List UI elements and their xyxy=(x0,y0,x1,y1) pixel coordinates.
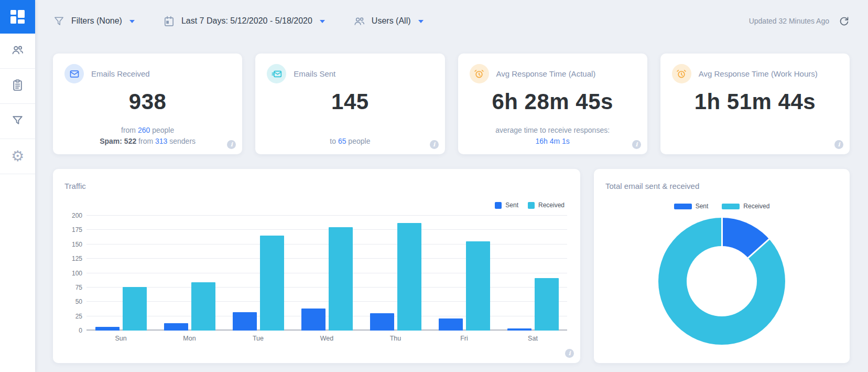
y-axis-tick: 0 xyxy=(62,327,82,334)
stat-cards-row: Emails Received938from 260 peopleSpam: 5… xyxy=(53,54,850,154)
legend-swatch xyxy=(495,202,502,209)
filters-dropdown[interactable]: Filters (None) xyxy=(53,15,135,27)
filters-label: Filters (None) xyxy=(71,16,122,26)
users-icon xyxy=(11,44,24,59)
sidebar-item-users[interactable] xyxy=(0,34,35,69)
traffic-legend: SentReceived xyxy=(495,201,565,209)
y-axis-tick: 50 xyxy=(62,298,82,305)
traffic-bar-chart: 0255075100125150175200 SunMonTueWedThuFr… xyxy=(86,216,567,342)
legend-item-received: Received xyxy=(528,201,565,209)
stat-sub-text: senders xyxy=(167,137,196,145)
stat-card-header: Avg Response Time (Actual) xyxy=(470,64,636,83)
y-axis-tick: 150 xyxy=(62,241,82,248)
traffic-chart-title: Traffic xyxy=(64,182,86,190)
x-axis-label: Thu xyxy=(361,335,430,342)
stat-sub-line: from 260 people xyxy=(58,125,237,136)
stat-sub-line: to 65 people xyxy=(261,136,439,147)
stat-sub-text: people xyxy=(150,126,174,134)
bar-group-wed xyxy=(292,216,361,331)
legend-label: Received xyxy=(538,201,565,209)
bar-received xyxy=(466,241,490,331)
stat-sub-link[interactable]: 260 xyxy=(138,126,150,134)
date-range-label: Last 7 Days: 5/12/2020 - 5/18/2020 xyxy=(181,16,312,26)
stat-card-emails-received: Emails Received938from 260 peopleSpam: 5… xyxy=(53,54,242,154)
y-axis-tick: 175 xyxy=(62,226,82,233)
x-axis-label: Tue xyxy=(224,335,292,342)
bar-group-sun xyxy=(86,216,155,331)
donut-hole xyxy=(687,246,757,316)
envelope-icon xyxy=(64,64,84,83)
legend-item-received: Received xyxy=(722,203,769,210)
stat-sub-text: from xyxy=(121,126,138,134)
y-axis-tick: 100 xyxy=(62,270,82,277)
stat-card-label: Avg Response Time (Work Hours) xyxy=(699,69,818,78)
stat-sub-text: from xyxy=(136,137,155,145)
bar-received xyxy=(535,278,559,331)
chevron-down-icon xyxy=(320,20,325,23)
stat-card-subtext: from 260 peopleSpam: 522 from 313 sender… xyxy=(58,125,237,147)
sidebar-item-reports[interactable] xyxy=(0,69,35,104)
sidebar-item-settings[interactable]: ⚙ xyxy=(0,139,35,174)
x-axis-label: Sat xyxy=(498,335,567,342)
funnel-icon xyxy=(11,114,24,129)
legend-label: Sent xyxy=(696,203,709,210)
charts-row: Traffic SentReceived 0255075100125150175… xyxy=(53,169,850,363)
bar-received xyxy=(329,227,353,331)
stat-card-label: Emails Sent xyxy=(294,69,335,78)
topbar: Filters (None) Last 7 Days: 5/12/2020 - … xyxy=(35,0,868,42)
y-axis-tick: 125 xyxy=(62,255,82,262)
stat-card-subtext: to 65 people xyxy=(261,125,439,147)
send-icon xyxy=(267,64,286,83)
stat-sub-link[interactable]: 16h 4m 1s xyxy=(535,137,569,145)
x-axis-label: Sun xyxy=(86,335,155,342)
calendar-icon xyxy=(163,15,175,27)
stat-card-label: Avg Response Time (Actual) xyxy=(496,69,596,78)
bar-sent xyxy=(164,323,188,331)
stat-sub-text: people xyxy=(346,137,370,145)
stat-sub-link[interactable]: 313 xyxy=(155,137,167,145)
updated-timestamp: Updated 32 Minutes Ago xyxy=(749,17,829,25)
legend-swatch xyxy=(722,204,740,209)
stat-sub-link[interactable]: 65 xyxy=(338,137,346,145)
bar-group-fri xyxy=(430,216,498,331)
info-icon[interactable]: i xyxy=(834,140,843,149)
bar-series xyxy=(86,216,567,331)
stat-card-avg-response-work: Avg Response Time (Work Hours)1h 51m 44s… xyxy=(660,54,850,154)
stat-sub-text: average time to receive responses: xyxy=(495,126,610,134)
stat-card-emails-sent: Emails Sent145 to 65 peoplei xyxy=(255,54,444,154)
x-axis-label: Mon xyxy=(155,335,224,342)
stat-sub-line: 16h 4m 1s xyxy=(463,136,642,147)
y-axis-tick: 75 xyxy=(62,284,82,291)
stat-value: 145 xyxy=(267,90,433,114)
stat-card-label: Emails Received xyxy=(91,69,150,78)
bar-sent xyxy=(233,312,257,331)
users-dropdown[interactable]: Users (All) xyxy=(353,15,424,27)
bar-sent xyxy=(95,327,120,331)
gear-icon: ⚙ xyxy=(11,149,24,164)
stat-sub-text: Spam: 522 xyxy=(100,137,136,145)
stat-card-header: Emails Sent xyxy=(267,64,433,83)
stat-sub-line: Spam: 522 from 313 senders xyxy=(58,136,237,147)
bar-sent xyxy=(370,313,394,331)
sidebar-item-dashboard[interactable] xyxy=(0,0,35,34)
dashboard-icon xyxy=(10,10,25,24)
date-range-dropdown[interactable]: Last 7 Days: 5/12/2020 - 5/18/2020 xyxy=(163,15,325,27)
bar-group-tue xyxy=(224,216,292,331)
stat-card-header: Avg Response Time (Work Hours) xyxy=(672,64,838,83)
y-axis-tick: 200 xyxy=(62,212,82,219)
alarm-icon xyxy=(672,64,691,83)
info-icon[interactable]: i xyxy=(565,349,574,358)
sidebar-item-filters[interactable] xyxy=(0,104,35,139)
legend-swatch xyxy=(674,204,692,209)
legend-label: Sent xyxy=(505,201,518,209)
bar-group-sat xyxy=(498,216,567,331)
info-icon[interactable]: i xyxy=(632,140,641,149)
info-icon[interactable]: i xyxy=(227,140,236,149)
info-icon[interactable]: i xyxy=(430,140,439,149)
donut-chart-title: Total email sent & received xyxy=(605,182,699,190)
users-icon xyxy=(353,15,365,27)
traffic-card: Traffic SentReceived 0255075100125150175… xyxy=(53,169,580,363)
y-axis-tick: 25 xyxy=(62,313,82,320)
refresh-button[interactable] xyxy=(839,16,849,26)
donut-legend: SentReceived xyxy=(594,203,850,210)
